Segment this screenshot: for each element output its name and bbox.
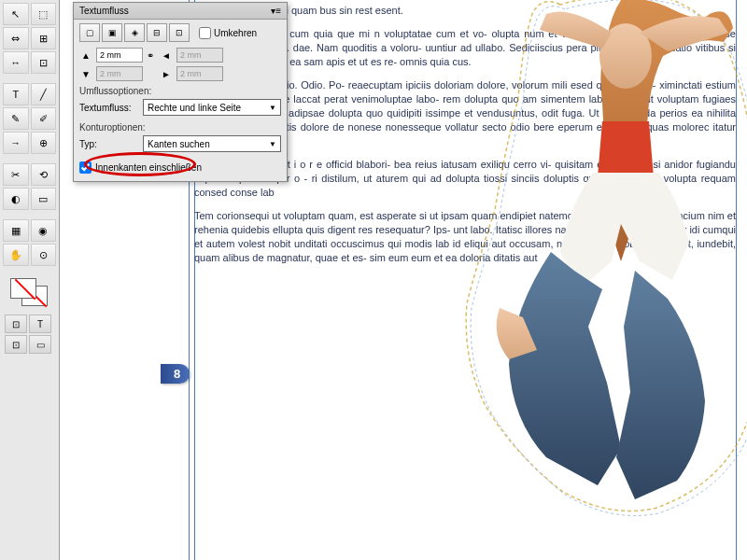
wrap-options-section-label: Umflussoptionen:: [74, 83, 287, 97]
line-tool[interactable]: ╱: [31, 83, 57, 105]
wrap-jump-button[interactable]: ⊟: [147, 23, 167, 42]
text-mode-tool[interactable]: T: [29, 315, 51, 333]
margin-guide-right: [736, 0, 737, 560]
rectangle-tool[interactable]: ▭: [31, 188, 57, 210]
direct-selection-tool[interactable]: ⬚: [31, 3, 57, 25]
wrap-to-value: Rechte und linke Seite: [148, 103, 241, 113]
chevron-down-icon: ▼: [269, 140, 276, 148]
arrow-tool[interactable]: →: [3, 132, 29, 154]
include-inside-edges-label: Innenkanten einschließen: [95, 162, 202, 173]
wrap-shape-button[interactable]: ◈: [124, 23, 145, 42]
wrap-jump-next-button[interactable]: ⊡: [169, 23, 190, 42]
include-inside-edges-checkbox[interactable]: [79, 161, 92, 174]
offset-bottom-icon: ▼: [79, 69, 92, 79]
page-tool[interactable]: ⇔: [3, 27, 29, 49]
text-wrap-panel: Textumfluss ▾≡ ▢ ▣ ◈ ⊟ ⊡ Umkehren ▲ ⚭ ◄ …: [73, 2, 288, 182]
separator: [3, 212, 29, 217]
separator: [3, 156, 29, 161]
invert-checkbox[interactable]: [199, 27, 211, 39]
hand-tool[interactable]: ✋: [3, 244, 29, 266]
panel-title: Textumfluss: [79, 6, 129, 16]
container-tool[interactable]: ⊡: [5, 315, 27, 333]
offset-right-input[interactable]: [176, 66, 223, 81]
offset-right-icon: ►: [160, 69, 173, 79]
wrap-none-button[interactable]: ▢: [79, 23, 100, 42]
selection-tool[interactable]: ↖: [3, 3, 29, 25]
scissors-tool[interactable]: ✂: [3, 163, 29, 186]
panel-menu-icon[interactable]: ▾≡: [271, 6, 281, 16]
toolbox: ↖⬚ ⇔⊞ ↔⊡ T╱ ✎✐ →⊕ ✂⟲ ◐▭ ▦◉ ✋⊙ ⊡ T ⊡ ▭: [0, 0, 60, 560]
wrap-to-dropdown[interactable]: Rechte und linke Seite ▼: [143, 99, 281, 116]
gap-tool[interactable]: ⊞: [31, 27, 57, 49]
wrap-bounding-button[interactable]: ▣: [102, 23, 122, 42]
separator: [3, 76, 29, 81]
contour-options-section-label: Konturoptionen:: [74, 119, 287, 133]
page-number-badge: 8: [161, 364, 190, 384]
type-tool[interactable]: T: [3, 83, 29, 105]
offset-left-input[interactable]: [176, 48, 223, 63]
invert-label: Umkehren: [214, 28, 257, 38]
wrap-to-label: Textumfluss:: [79, 103, 137, 113]
pen-tool[interactable]: ✎: [3, 107, 29, 130]
panel-header[interactable]: Textumfluss ▾≡: [74, 3, 287, 20]
offset-top-input[interactable]: [96, 48, 143, 63]
contour-type-value: Kanten suchen: [148, 139, 210, 149]
rotate-tool[interactable]: ⟲: [31, 163, 57, 186]
contour-type-label: Typ:: [79, 139, 137, 149]
eyedropper-tool[interactable]: ◉: [31, 219, 57, 242]
link-offsets-icon[interactable]: ⚭: [147, 50, 156, 61]
grid-tool[interactable]: ▦: [3, 219, 29, 242]
separator: [3, 268, 29, 273]
apply-tool[interactable]: ⊡: [5, 335, 27, 354]
offset-top-icon: ▲: [79, 50, 92, 61]
text-paragraph: Tem corionsequi ut voluptam quam, est as…: [194, 209, 736, 265]
fill-stroke-swatch[interactable]: [10, 278, 49, 308]
contour-type-dropdown[interactable]: Kanten suchen ▼: [143, 135, 281, 152]
chevron-down-icon: ▼: [269, 104, 276, 112]
zoom-tool[interactable]: ⊙: [31, 244, 57, 266]
content-tool[interactable]: ↔: [3, 51, 29, 74]
pencil-tool[interactable]: ✐: [31, 107, 57, 130]
offset-bottom-input[interactable]: [96, 66, 143, 81]
offset-left-icon: ◄: [160, 50, 173, 61]
frame-tool[interactable]: ⊡: [31, 51, 57, 74]
gradient-tool[interactable]: ◐: [3, 188, 29, 210]
screen-mode-tool[interactable]: ▭: [29, 335, 51, 354]
add-tool[interactable]: ⊕: [31, 132, 57, 154]
